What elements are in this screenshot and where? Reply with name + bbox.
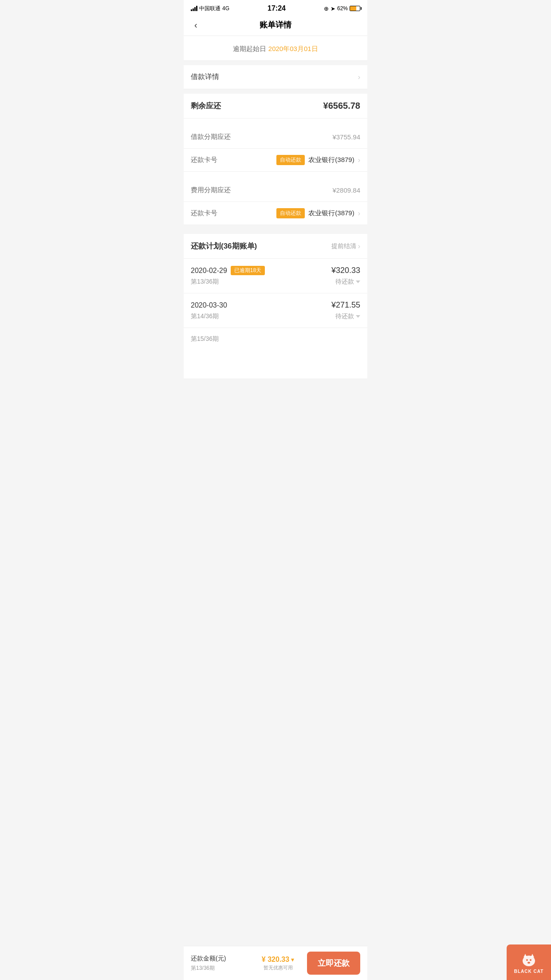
installment-value: ¥3755.94	[332, 133, 360, 141]
carrier-label: 中国联通	[199, 5, 220, 12]
plan-amount-2: ¥271.55	[331, 300, 360, 310]
early-settlement-button[interactable]: 提前结清 ›	[331, 242, 360, 250]
section-divider-1	[184, 61, 367, 65]
plan-period-1: 第13/36期	[191, 278, 219, 286]
auto-badge-1: 自动还款	[276, 155, 305, 165]
plan-status-label-2: 待还款	[335, 312, 354, 320]
plan-status-1: 待还款	[335, 278, 360, 286]
chevron-right-icon-card1: ›	[358, 156, 360, 164]
overdue-date: 2020年03月01日	[268, 45, 318, 52]
network-type: 4G	[222, 5, 229, 12]
plan-period-3: 第15/36期	[191, 335, 219, 343]
remaining-label: 剩余应还	[191, 101, 221, 111]
fee-row: 费用分期应还 ¥2809.84	[184, 179, 367, 202]
section-divider-3	[184, 225, 367, 229]
overdue-badge-1: 已逾期18天	[231, 266, 265, 275]
plan-item-2-bottom: 第14/36期 待还款	[191, 312, 360, 320]
amount-section: 剩余应还 ¥6565.78 借款分期应还 ¥3755.94 还款卡号 自动还款 …	[184, 94, 367, 225]
chevron-right-icon: ›	[358, 73, 360, 81]
down-arrow-icon-1	[356, 281, 360, 283]
card-info-1: 农业银行(3879)	[308, 156, 354, 164]
plan-item-2-date-row: 2020-03-30	[191, 301, 227, 309]
plan-item-1-top: 2020-02-29 已逾期18天 ¥320.33	[191, 266, 360, 275]
plan-item-2-top: 2020-03-30 ¥271.55	[191, 300, 360, 310]
early-settlement-label: 提前结清	[331, 242, 356, 250]
chevron-right-icon-plan: ›	[358, 242, 360, 250]
plan-status-label-1: 待还款	[335, 278, 354, 286]
card-info-2: 农业银行(3879)	[308, 209, 354, 217]
installment-row: 借款分期应还 ¥3755.94	[184, 126, 367, 149]
status-bar: 中国联通 4G 17:24 ⊕ ➤ 62%	[184, 0, 367, 15]
plan-status-2: 待还款	[335, 312, 360, 320]
down-arrow-icon-2	[356, 315, 360, 318]
card-label-1: 还款卡号	[191, 156, 217, 164]
section-divider-2	[184, 89, 367, 94]
spacer-1	[184, 119, 367, 126]
fee-value: ¥2809.84	[332, 186, 360, 194]
card-row-2-right: 自动还款 农业银行(3879) ›	[276, 208, 360, 218]
plan-date-1: 2020-02-29	[191, 267, 227, 275]
battery-icon	[350, 6, 360, 11]
remaining-value: ¥6565.78	[323, 101, 360, 111]
fee-label: 费用分期应还	[191, 186, 231, 194]
status-time: 17:24	[268, 4, 286, 12]
plan-item-1: 2020-02-29 已逾期18天 ¥320.33 第13/36期 待还款	[184, 259, 367, 293]
plan-date-2: 2020-03-30	[191, 301, 227, 309]
spacer-2	[184, 172, 367, 179]
back-button[interactable]: ‹	[191, 18, 201, 32]
page-title: 账单详情	[260, 20, 291, 30]
card-row-1-right: 自动还款 农业银行(3879) ›	[276, 155, 360, 165]
plan-item-2: 2020-03-30 ¥271.55 第14/36期 待还款	[184, 293, 367, 328]
loan-detail-row[interactable]: 借款详情 ›	[184, 65, 367, 89]
card-row-2[interactable]: 还款卡号 自动还款 农业银行(3879) ›	[184, 202, 367, 225]
plan-section: 还款计划(36期账单) 提前结清 › 2020-02-29 已逾期18天 ¥32…	[184, 234, 367, 379]
location-icon: ⊕	[324, 5, 329, 12]
plan-title: 还款计划(36期账单)	[191, 241, 257, 251]
overdue-prefix: 逾期起始日	[233, 45, 266, 52]
overdue-date-section: 逾期起始日 2020年03月01日	[184, 36, 367, 61]
loan-detail-label: 借款详情	[191, 72, 219, 82]
card-label-2: 还款卡号	[191, 209, 217, 217]
card-row-1[interactable]: 还款卡号 自动还款 农业银行(3879) ›	[184, 149, 367, 172]
plan-amount-1: ¥320.33	[331, 266, 360, 275]
plan-header: 还款计划(36期账单) 提前结清 ›	[184, 234, 367, 259]
battery-percent: 62%	[337, 5, 348, 12]
plan-item-1-bottom: 第13/36期 待还款	[191, 278, 360, 286]
installment-label: 借款分期应还	[191, 133, 231, 141]
remaining-row: 剩余应还 ¥6565.78	[184, 94, 367, 119]
chevron-right-icon-card2: ›	[358, 209, 360, 217]
plan-item-3: 第15/36期	[184, 328, 367, 379]
auto-badge-2: 自动还款	[276, 208, 305, 218]
nav-bar: ‹ 账单详情	[184, 15, 367, 36]
signal-icon	[191, 6, 197, 11]
plan-item-1-date-row: 2020-02-29 已逾期18天	[191, 266, 265, 275]
status-right: ⊕ ➤ 62%	[324, 5, 360, 12]
navigation-icon: ➤	[331, 5, 335, 12]
plan-period-2: 第14/36期	[191, 312, 219, 320]
plan-item-3-bottom: 第15/36期	[191, 335, 360, 343]
status-left: 中国联通 4G	[191, 5, 229, 12]
